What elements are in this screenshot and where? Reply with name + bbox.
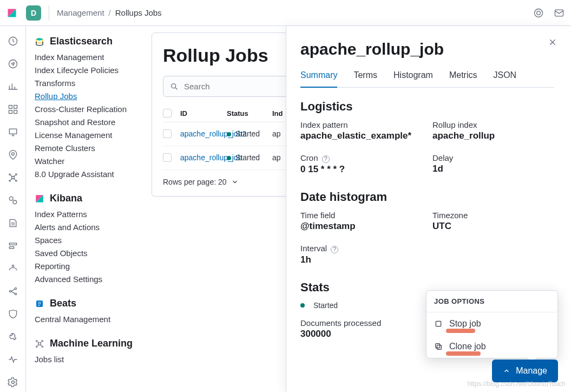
date-histogram-heading: Date histogram [300, 190, 554, 204]
svg-point-23 [9, 290, 11, 292]
svg-point-6 [9, 60, 17, 68]
status-text: Started [313, 301, 338, 310]
rail-visualize-icon[interactable] [8, 81, 18, 92]
index-pattern-value: apache_elastic_example* [300, 130, 422, 141]
mail-icon[interactable] [554, 8, 565, 18]
svg-point-18 [9, 197, 13, 200]
tab-terms[interactable]: Terms [353, 70, 377, 87]
space-badge[interactable]: D [26, 5, 41, 21]
breadcrumb-sep: / [109, 8, 111, 17]
svg-point-22 [12, 265, 14, 266]
management-sidebar: ElasticsearchIndex ManagementIndex Lifec… [26, 26, 152, 392]
annotation-mark [446, 329, 475, 333]
svg-point-33 [42, 340, 43, 341]
sidebar-item[interactable]: Alerts and Actions [35, 223, 152, 232]
search-icon [170, 82, 179, 91]
sidebar-item[interactable]: Rollup Jobs [35, 92, 152, 101]
rail-maps-icon[interactable] [8, 149, 18, 160]
sidebar-item[interactable]: Saved Objects [35, 249, 152, 258]
clone-job-item[interactable]: Clone job [426, 335, 557, 358]
col-status[interactable]: Status [227, 109, 272, 117]
top-bar: D Management / Rollups Jobs [0, 0, 571, 26]
delay-label: Delay [432, 153, 554, 162]
logistics-grid: Index pattern apache_elastic_example* Ro… [300, 120, 554, 175]
svg-point-25 [15, 293, 16, 295]
svg-rect-10 [14, 110, 17, 114]
rail-siem-icon[interactable] [8, 286, 18, 297]
interval-value: 1h [300, 254, 422, 265]
svg-rect-21 [9, 247, 14, 249]
svg-point-27 [36, 38, 43, 41]
svg-point-24 [15, 288, 16, 289]
tab-summary[interactable]: Summary [300, 70, 337, 88]
cron-value: 0 15 * * * ? [300, 164, 422, 175]
svg-rect-11 [9, 129, 16, 134]
breadcrumb-root[interactable]: Management [57, 8, 104, 17]
rail-logs-icon[interactable] [8, 218, 18, 228]
section-icon [35, 37, 44, 47]
tab-histogram[interactable]: Histogram [393, 70, 433, 87]
sidebar-item[interactable]: 8.0 Upgrade Assistant [35, 169, 152, 179]
chevron-up-icon [503, 367, 510, 375]
col-id[interactable]: ID [180, 109, 227, 117]
row-checkbox[interactable] [163, 129, 172, 138]
help-icon[interactable]: ? [331, 246, 338, 253]
row-status: Started [227, 129, 272, 138]
rail-monitor-icon[interactable] [8, 354, 18, 365]
svg-rect-7 [9, 106, 12, 109]
sidebar-item[interactable]: Transforms [35, 79, 152, 88]
section-header: Elasticsearch [35, 36, 152, 47]
kibana-logo-icon[interactable] [6, 8, 17, 18]
help-icon[interactable]: ? [322, 155, 330, 163]
sidebar-item[interactable]: Reporting [35, 262, 152, 271]
sidebar-item[interactable]: Jobs list [35, 355, 152, 364]
sidebar-item[interactable]: Cross-Cluster Replication [35, 104, 152, 114]
close-icon[interactable] [548, 38, 557, 47]
sidebar-item[interactable]: Index Patterns [35, 210, 152, 219]
sidebar-item[interactable]: Advanced Settings [35, 275, 152, 284]
rail-uptime-icon[interactable] [8, 263, 18, 274]
timezone-value: UTC [432, 221, 554, 232]
chevron-down-icon [231, 178, 239, 186]
rail-canvas-icon[interactable] [8, 127, 18, 138]
time-field-value: @timestamp [300, 221, 422, 232]
stop-job-item[interactable]: Stop job [426, 312, 557, 335]
sidebar-item[interactable]: License Management [35, 130, 152, 140]
row-checkbox[interactable] [163, 153, 172, 162]
svg-rect-4 [555, 10, 563, 16]
svg-point-36 [172, 83, 176, 88]
newsfeed-icon[interactable] [533, 8, 544, 18]
sidebar-item[interactable]: Central Management [35, 315, 152, 324]
rail-compass-icon[interactable] [8, 58, 18, 69]
timezone-label: Timezone [432, 211, 554, 220]
svg-rect-20 [9, 243, 16, 245]
rail-clock-icon[interactable] [8, 36, 18, 47]
sidebar-item[interactable]: Spaces [35, 236, 152, 245]
breadcrumb: Management / Rollups Jobs [57, 8, 162, 17]
sidebar-item[interactable]: Snapshot and Restore [35, 117, 152, 127]
svg-rect-37 [436, 321, 441, 326]
rail-apm-icon[interactable] [8, 240, 18, 251]
sidebar-section: KibanaIndex PatternsAlerts and ActionsSp… [35, 193, 152, 284]
tab-json[interactable]: JSON [493, 70, 516, 87]
svg-point-3 [537, 11, 541, 15]
sidebar-section: Machine LearningJobs list [35, 338, 152, 364]
select-all-checkbox[interactable] [163, 109, 172, 117]
section-icon [35, 194, 44, 204]
svg-point-12 [11, 153, 14, 155]
sidebar-item[interactable]: Watcher [35, 156, 152, 166]
tab-metrics[interactable]: Metrics [449, 70, 477, 87]
divider [49, 5, 49, 21]
sidebar-item[interactable]: Index Lifecycle Policies [35, 66, 152, 75]
sidebar-item[interactable]: Remote Clusters [35, 143, 152, 153]
rail-metrics-icon[interactable] [8, 195, 18, 206]
rail-settings-icon[interactable] [8, 377, 18, 388]
manage-button[interactable]: Manage [492, 360, 558, 382]
rail-ml-icon[interactable] [8, 172, 18, 183]
svg-point-32 [36, 340, 37, 341]
rail-dev-icon[interactable] [8, 331, 18, 342]
sidebar-item[interactable]: Index Management [35, 53, 152, 62]
rail-endpoint-icon[interactable] [8, 309, 18, 319]
sidebar-section: BeatsCentral Management [35, 298, 152, 324]
rail-dashboard-icon[interactable] [8, 104, 18, 115]
